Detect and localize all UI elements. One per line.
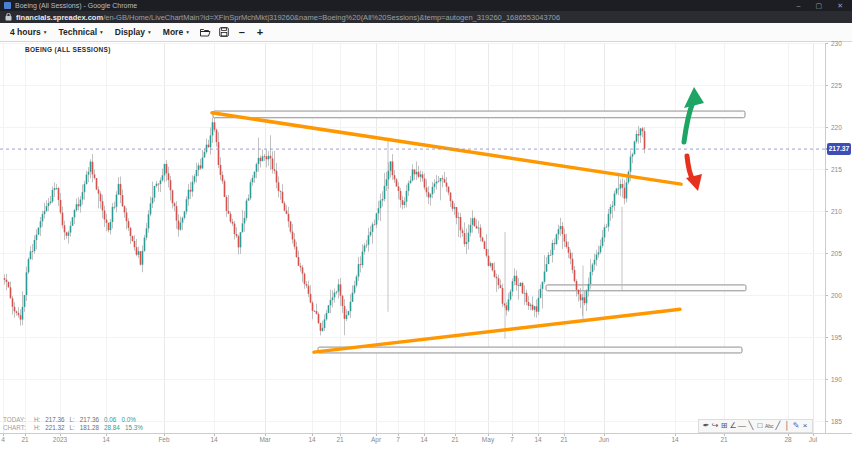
x-axis-tick-label: May [482,436,494,443]
y-axis-tick-label: 225 [831,82,851,89]
x-axis-tick-label: Jul [809,436,817,443]
today-change: 0.06 [104,416,116,424]
today-low: 217.36 [80,416,99,424]
chart-symbol-label: BOEING (ALL SESSIONS) [25,46,111,53]
chart-status-overlay: TODAY: H: 217.36 L: 217.36 0.06 0.0% CHA… [3,416,143,431]
x-axis-tick-label: 4 [1,436,5,443]
chart-change-pct: 15.3% [125,424,143,432]
chart-change: 28.84 [104,424,120,432]
x-axis-tick-label: 21 [720,436,727,443]
y-axis-tick-label: 200 [831,292,851,299]
x-axis-tick-label: 7 [510,436,514,443]
green-up-arrow [684,102,693,142]
x-axis-tick-label: 2023 [53,436,67,443]
pencil-tool-icon[interactable]: ✎ [792,420,800,432]
chart-label: CHART: [3,424,29,432]
angle-tool-icon[interactable]: ∠ [729,420,737,432]
pen-tool-icon[interactable]: ✒ [702,420,710,432]
x-axis-tick-label: 14 [210,436,217,443]
x-axis-tick-label: Apr [371,436,381,443]
y-axis-tick-label: 215 [831,166,851,173]
candlestick-chart[interactable] [0,0,852,459]
x-axis-tick-label: Mar [259,436,270,443]
vertical-line-tool-icon[interactable]: │ [783,420,791,432]
y-axis-tick-label: 195 [831,334,851,341]
horizontal-line-tool-icon[interactable]: — [738,420,746,432]
chart-high: 221.32 [45,424,64,432]
green-up-arrow-head [684,87,704,108]
red-down-arrow [687,156,693,180]
y-axis-tick-label: 220 [831,124,851,131]
y-axis-tick-label: 185 [831,418,851,425]
y-axis-tick-label: 190 [831,376,851,383]
x-axis-tick-label: Feb [158,436,169,443]
today-change-pct: 0.0% [121,416,135,424]
x-axis-tick-label: 14 [102,436,109,443]
rectangle-tool-icon[interactable]: □ [756,420,764,432]
trend-line-tool-icon[interactable]: ╲ [747,420,755,432]
today-high: 217.36 [45,416,64,424]
x-axis-tick-label: 14 [308,436,315,443]
current-price-badge: 217.37 [827,143,851,155]
diagonal-line-tool-icon[interactable]: ╱ [774,420,782,432]
table-tool-icon[interactable]: ⊞ [720,420,728,432]
today-label: TODAY: [3,416,29,424]
x-axis-tick-label: 21 [336,436,343,443]
elbow-arrow-tool-icon[interactable]: ↪ [711,420,719,432]
x-axis-tick-label: 21 [21,436,28,443]
x-axis-tick-label: 14 [534,436,541,443]
y-axis-tick-label: 230 [831,40,851,47]
x-axis-tick-label: 28 [784,436,791,443]
x-axis-tick-label: 21 [560,436,567,443]
x-axis-tick-label: Jun [599,436,609,443]
red-down-arrow-head [686,174,702,191]
y-axis-tick-label: 205 [831,250,851,257]
y-axis-tick-label: 210 [831,208,851,215]
text-tool-icon[interactable]: Abc [765,420,773,432]
drawing-tools-strip: ✒↪⊞∠—╲□Abc╱│✎× [698,419,813,433]
x-axis-tick-label: 14 [420,436,427,443]
x-axis-tick-label: 14 [671,436,678,443]
x-axis-tick-label: 7 [396,436,400,443]
x-axis-tick-label: 21 [451,436,458,443]
delete-drawing-icon[interactable]: × [801,420,809,432]
chart-stats-row: CHART: H: 221.32 L: 181.28 28.84 15.3% [3,424,143,432]
chart-low: 181.28 [80,424,99,432]
today-stats-row: TODAY: H: 217.36 L: 217.36 0.06 0.0% [3,416,143,424]
